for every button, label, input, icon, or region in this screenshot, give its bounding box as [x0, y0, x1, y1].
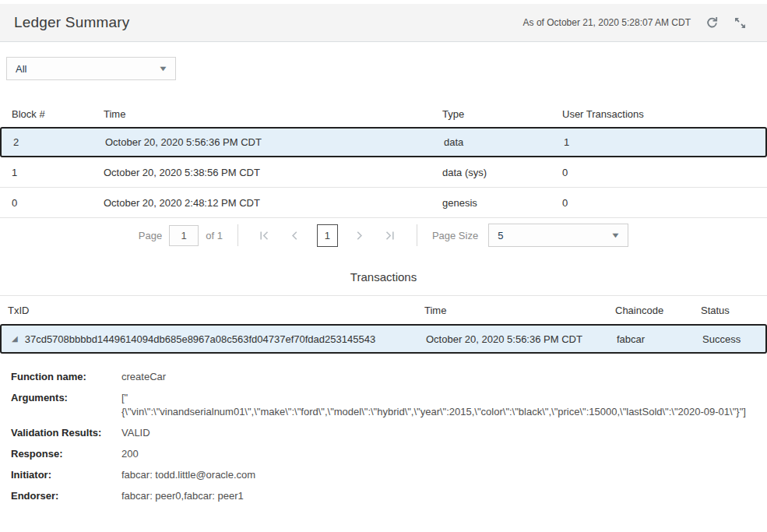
detail-label: Arguments:	[0, 391, 121, 419]
cell-type: data	[444, 136, 564, 148]
col-header-block: Block #	[0, 108, 104, 120]
page-number-input[interactable]	[169, 225, 199, 246]
chevron-down-icon: ▼	[158, 65, 168, 72]
current-page-button[interactable]: 1	[317, 224, 338, 247]
page-size-select[interactable]: 5 ▼	[488, 224, 628, 247]
cell-user-transactions: 0	[562, 197, 767, 209]
detail-label: Initiator:	[0, 468, 121, 482]
detail-row-initiator: Initiator: fabcar: todd.little@oracle.co…	[0, 468, 767, 482]
transaction-details: Function name: createCar Arguments: [" {…	[0, 370, 767, 503]
detail-label: Function name:	[0, 370, 121, 384]
cell-user-transactions: 1	[564, 136, 765, 148]
col-header-time: Time	[424, 305, 615, 316]
detail-value: fabcar: peer0,fabcar: peer1	[121, 489, 244, 503]
detail-value: fabcar: todd.little@oracle.com	[121, 468, 255, 482]
first-page-icon[interactable]	[258, 228, 272, 242]
refresh-icon[interactable]	[705, 16, 719, 30]
cell-type: genesis	[442, 197, 562, 209]
detail-row-function-name: Function name: createCar	[0, 370, 767, 384]
detail-label: Endorser:	[0, 489, 121, 503]
as-of-timestamp: As of October 21, 2020 5:28:07 AM CDT	[523, 17, 691, 28]
divider	[417, 224, 417, 246]
cell-chaincode: fabcar	[617, 333, 702, 345]
page-of-label: of 1	[206, 230, 223, 241]
page-title: Ledger Summary	[14, 14, 130, 31]
block-filter-select[interactable]: All ▼	[6, 57, 176, 80]
cell-time: October 20, 2020 5:38:56 PM CDT	[104, 167, 442, 178]
cell-time: October 20, 2020 5:56:36 PM CDT	[105, 136, 444, 148]
blocks-table-header: Block # Time Type User Transactions	[0, 100, 767, 127]
col-header-user-transactions: User Transactions	[562, 108, 767, 120]
cell-block-number: 2	[2, 136, 105, 148]
block-filter-value: All	[16, 63, 26, 75]
transaction-row[interactable]: ◢ 37cd5708bbbbd1449614094db685e8967a08c5…	[0, 324, 767, 354]
cell-time: October 20, 2020 5:56:36 PM CDT	[426, 333, 617, 345]
page-size-value: 5	[498, 230, 503, 241]
col-header-chaincode: Chaincode	[615, 305, 701, 316]
previous-page-icon[interactable]	[288, 228, 302, 242]
detail-value: VALID	[121, 426, 150, 440]
page-size-label: Page Size	[432, 230, 478, 241]
col-header-type: Type	[442, 108, 562, 120]
table-row[interactable]: 1 October 20, 2020 5:38:56 PM CDT data (…	[0, 157, 767, 188]
detail-row-arguments: Arguments: [" {\"vin\":\"vinandserialnum…	[0, 391, 767, 419]
divider	[237, 224, 238, 246]
pagination-bar: Page of 1 1 Page Size 5 ▼	[0, 221, 767, 249]
cell-txid: 37cd5708bbbbd1449614094db685e8967a08c563…	[25, 333, 375, 345]
col-header-txid: TxID	[0, 305, 424, 316]
table-row[interactable]: 0 October 20, 2020 2:48:12 PM CDT genesi…	[0, 188, 767, 218]
last-page-icon[interactable]	[383, 228, 397, 242]
detail-label: Response:	[0, 447, 121, 461]
transactions-section-title: Transactions	[0, 270, 767, 296]
col-header-status: Status	[701, 305, 767, 316]
detail-row-endorser: Endorser: fabcar: peer0,fabcar: peer1	[0, 489, 767, 503]
detail-row-validation-results: Validation Results: VALID	[0, 426, 767, 440]
detail-value: [" {\"vin\":\"vinandserialnum01\",\"make…	[121, 391, 746, 419]
detail-value: 200	[121, 447, 139, 461]
page-label: Page	[139, 230, 162, 241]
cell-status: Success	[702, 333, 765, 345]
col-header-time: Time	[104, 108, 442, 120]
blocks-table: Block # Time Type User Transactions 2 Oc…	[0, 100, 767, 218]
chevron-down-icon: ▼	[610, 231, 621, 239]
cell-user-transactions: 0	[562, 167, 767, 178]
transactions-table-header: TxID Time Chaincode Status	[0, 296, 767, 324]
cell-block-number: 0	[0, 197, 104, 209]
cell-type: data (sys)	[442, 167, 562, 178]
next-page-icon[interactable]	[353, 228, 367, 242]
collapse-row-icon[interactable]: ◢	[12, 334, 18, 343]
table-row[interactable]: 2 October 20, 2020 5:56:36 PM CDT data 1	[0, 127, 767, 157]
transactions-table: TxID Time Chaincode Status ◢ 37cd5708bbb…	[0, 296, 767, 354]
detail-row-response: Response: 200	[0, 447, 767, 461]
expand-icon[interactable]	[733, 16, 747, 30]
cell-time: October 20, 2020 2:48:12 PM CDT	[104, 197, 442, 209]
cell-block-number: 1	[0, 167, 104, 178]
detail-value: createCar	[121, 370, 166, 384]
detail-label: Validation Results:	[0, 426, 121, 440]
page-header: Ledger Summary As of October 21, 2020 5:…	[0, 4, 767, 42]
